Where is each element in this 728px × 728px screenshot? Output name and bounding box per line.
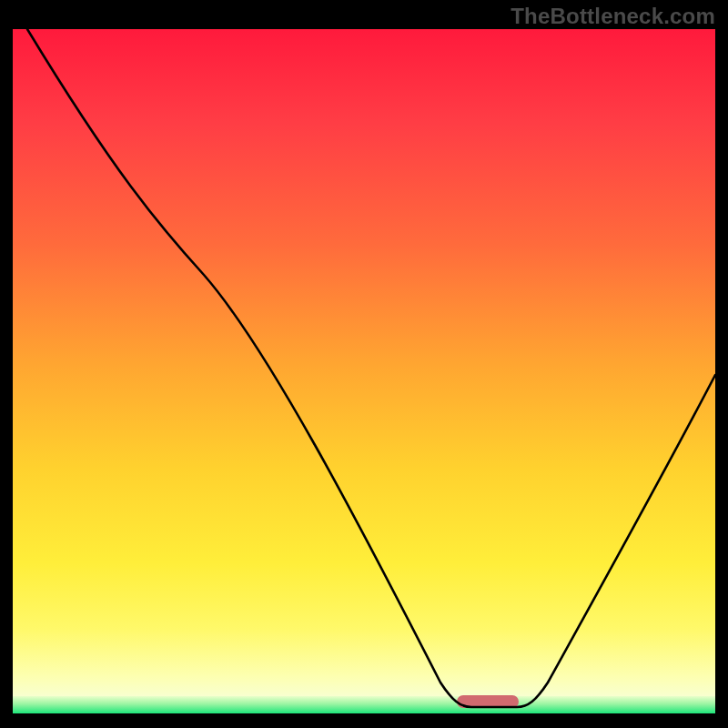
plot-area [13, 29, 715, 713]
bottleneck-curve [13, 29, 715, 713]
watermark-text: TheBottleneck.com [511, 4, 715, 29]
chart-frame: TheBottleneck.com [0, 0, 728, 728]
bottleneck-curve-path [27, 29, 715, 707]
